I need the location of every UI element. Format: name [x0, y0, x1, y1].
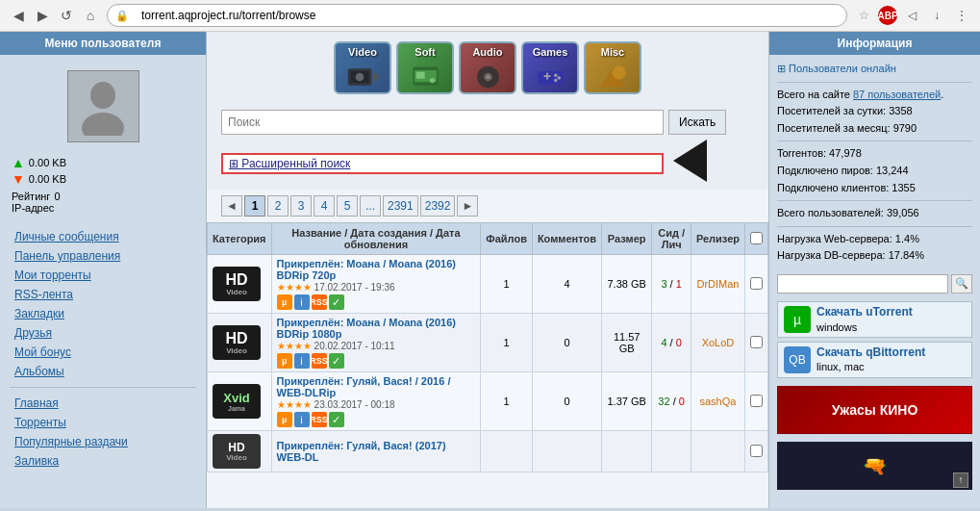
row2-magnet-icon[interactable]: µ	[277, 353, 292, 369]
pagination-next[interactable]: ►	[457, 195, 478, 217]
row3-info-icon[interactable]: i	[294, 412, 310, 427]
sidebar-item-home[interactable]: Главная	[0, 394, 206, 413]
row3-title-link[interactable]: Прикреплён: Гуляй, Вася! / 2016 / WEB-DL…	[277, 375, 451, 398]
row1-title-link[interactable]: Прикреплён: Моана / Moana (2016) BDRip 7…	[277, 258, 456, 281]
sidebar-item-friends[interactable]: Друзья	[0, 323, 206, 343]
table-row: HD Video Прикреплён: Моана / Moana (2016…	[208, 314, 768, 372]
row3-magnet-icon[interactable]: µ	[277, 412, 292, 427]
row3-stars: ★★★★	[277, 399, 312, 410]
torrent-table: Категория Название / Дата создания / Дат…	[207, 222, 768, 473]
mini-search-button[interactable]: 🔍	[951, 274, 972, 294]
info-divider-2	[777, 141, 972, 141]
row2-rss-icon[interactable]: RSS	[312, 353, 327, 369]
rating-value: 0	[54, 191, 60, 202]
row2-info-icon[interactable]: i	[294, 353, 310, 369]
row3-relizer-link[interactable]: sashQa	[699, 396, 736, 407]
sidebar-item-torrents[interactable]: Мои торренты	[0, 266, 206, 285]
pagination-page-2392[interactable]: 2392	[420, 195, 456, 217]
cat-audio-label: Audio	[461, 46, 515, 58]
svg-point-18	[554, 79, 558, 83]
arrow-indicator-icon	[673, 140, 707, 182]
sidebar-item-messages[interactable]: Личные сообщения	[0, 227, 206, 246]
sidebar-item-rss[interactable]: RSS-лента	[0, 285, 206, 304]
row1-rss-icon[interactable]: RSS	[312, 294, 327, 310]
sidebar-item-bonus[interactable]: Мой бонус	[0, 343, 206, 362]
row2-checkbox[interactable]	[750, 336, 763, 348]
row1-relizer-link[interactable]: DrDIMan	[696, 278, 739, 290]
user-avatar-area	[0, 63, 206, 150]
pagination-page-4[interactable]: 4	[314, 195, 335, 217]
col-seed-leech: Сид / Лич	[652, 223, 691, 255]
pagination-page-1[interactable]: 1	[244, 195, 265, 217]
utorrent-download-button[interactable]: µ Скачать uTorrent windows	[777, 301, 972, 338]
search-button[interactable]: Искать	[668, 110, 726, 135]
pagination-page-2[interactable]: 2	[267, 195, 289, 217]
row1-checkbox[interactable]	[750, 277, 763, 290]
advanced-search-box[interactable]: ⊞ Расширенный поиск	[221, 153, 664, 174]
row4-comments	[532, 431, 601, 473]
category-games[interactable]: Games	[521, 41, 579, 94]
sidebar-item-bookmarks[interactable]: Закладки	[0, 304, 206, 323]
col-checkbox	[745, 223, 768, 255]
col-title[interactable]: Название / Дата создания / Дата обновлен…	[271, 223, 481, 255]
pagination-page-3[interactable]: 3	[290, 195, 312, 217]
forward-button[interactable]: ▶	[32, 5, 53, 26]
back-history-button[interactable]: ◁	[901, 5, 922, 26]
address-bar[interactable]: 🔒	[107, 4, 847, 27]
horror-banner[interactable]: Ужасы КИНО	[777, 386, 972, 434]
mini-search-input[interactable]	[777, 274, 948, 294]
stat-clients: Подключено клиентов: 1355	[777, 180, 972, 197]
sidebar-item-upload[interactable]: Заливка	[0, 451, 206, 471]
download-button[interactable]: ↓	[926, 5, 947, 26]
row1-relizer: DrDIMan	[691, 255, 744, 314]
row2-seedleech: 4 / 0	[652, 314, 691, 372]
row2-check-icon[interactable]: ✓	[329, 353, 344, 369]
row2-relizer: XoLoD	[691, 314, 744, 372]
abp-icon[interactable]: ABP	[878, 6, 897, 25]
category-video[interactable]: Video	[334, 41, 391, 94]
cat-video-label: Video	[336, 46, 389, 58]
select-all-checkbox[interactable]	[750, 232, 763, 244]
online-users-link[interactable]: ⊞ Пользователи онлайн	[777, 61, 972, 78]
row2-relizer-link[interactable]: XoLoD	[702, 337, 735, 348]
row1-size: 7.38 GB	[601, 255, 651, 314]
upload-arrow-icon: ▲	[12, 155, 25, 170]
category-audio[interactable]: Audio	[459, 41, 516, 94]
row2-title-link[interactable]: Прикреплён: Моана / Moana (2016) BDRip 1…	[277, 317, 456, 340]
pagination-page-2391[interactable]: 2391	[383, 195, 418, 217]
row3-check-icon[interactable]: ✓	[329, 412, 344, 427]
row4-checkbox[interactable]	[750, 445, 763, 457]
sidebar-item-albums[interactable]: Альбомы	[0, 362, 206, 381]
xvid-badge: Xvid Jama	[213, 384, 261, 419]
sidebar-item-panel[interactable]: Панель управления	[0, 246, 206, 266]
menu-button[interactable]: ⋮	[951, 5, 972, 26]
row1-info-icon[interactable]: i	[294, 294, 310, 310]
row3-checkbox-cell	[745, 372, 768, 431]
back-button[interactable]: ◀	[8, 5, 29, 26]
sidebar-item-torrents-main[interactable]: Торренты	[0, 413, 206, 432]
home-button[interactable]: ⌂	[80, 5, 101, 26]
cs-banner-close[interactable]: ↑	[953, 473, 968, 488]
hd-badge: HD Video	[213, 267, 261, 301]
category-soft[interactable]: Soft	[396, 41, 454, 94]
row1-magnet-icon[interactable]: µ	[277, 294, 292, 310]
pagination-page-5[interactable]: 5	[337, 195, 358, 217]
cs-banner[interactable]: 🔫 ↑	[777, 442, 972, 490]
sidebar-item-popular[interactable]: Популярные раздачи	[0, 432, 206, 451]
row1-check-icon[interactable]: ✓	[329, 294, 344, 310]
search-input[interactable]	[221, 110, 664, 135]
row3-rss-icon[interactable]: RSS	[312, 412, 327, 427]
row3-checkbox[interactable]	[750, 395, 763, 407]
bookmark-button[interactable]: ☆	[853, 5, 874, 26]
pagination-prev[interactable]: ◄	[221, 195, 242, 217]
reload-button[interactable]: ↺	[56, 5, 77, 26]
utorrent-label: Скачать uTorrent windows	[817, 305, 913, 334]
category-misc[interactable]: Misc	[584, 41, 641, 94]
url-input[interactable]	[137, 9, 817, 22]
qbittorrent-download-button[interactable]: QB Скачать qBittorrent linux, mac	[777, 342, 972, 378]
row4-title-link[interactable]: Прикреплён: Гуляй, Вася! (2017) WEB-DL	[277, 440, 446, 463]
row3-actions: µ i RSS ✓	[277, 412, 476, 427]
row4-seedleech	[652, 431, 691, 473]
stat-web-load: Нагрузка Web-сервера: 1.4%	[777, 231, 972, 248]
row3-relizer: sashQa	[691, 372, 744, 431]
